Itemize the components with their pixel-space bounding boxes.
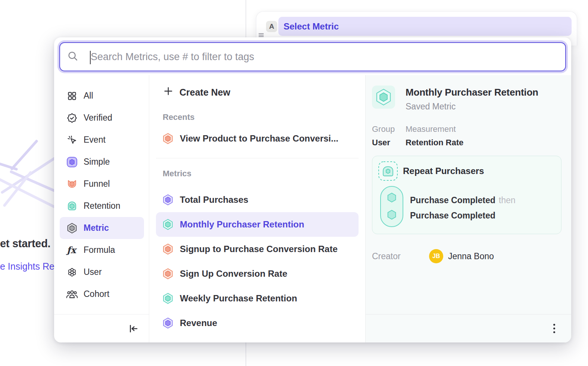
detail-fields: Group User Measurement Retention Rate [372,124,564,148]
sidebar-item-funnel[interactable]: Funnel [60,173,144,195]
funnel-hexagon-icon [162,244,173,255]
cursor-click-icon [66,135,78,145]
cohort-people-icon [66,289,78,299]
chart-lines-decoration [0,138,60,232]
svg-text:ƒx: ƒx [66,245,77,255]
metric-label: Weekly Purchase Retention [180,293,297,304]
retention-definition-icon [378,161,398,182]
funnel-metric-icon [66,178,78,190]
text-caret [90,51,91,64]
background-report-link-fragment[interactable]: e Insights Re [0,261,54,272]
metric-row[interactable]: Revenue [156,311,359,335]
metric-hexagon-icon [66,222,78,234]
sidebar-item-all[interactable]: All [60,85,144,107]
funnel-hexagon-icon [162,133,173,144]
sidebar-item-label: Retention [84,201,120,211]
simple-hexagon-icon [162,317,173,329]
detail-subtitle: Saved Metric [406,102,538,112]
simple-metric-icon [66,156,78,168]
measurement-field-value: Retention Rate [406,138,463,148]
sidebar-item-verified[interactable]: Verified [60,107,144,129]
sidebar-item-event[interactable]: Event [60,129,144,151]
simple-hexagon-icon [162,194,173,205]
create-new-button[interactable]: Create New [163,86,359,98]
sidebar-item-metric[interactable]: Metric [60,217,144,239]
sidebar-item-label: Funnel [84,179,110,189]
sidebar-item-label: Formula [84,245,115,255]
sidebar-item-simple[interactable]: Simple [60,151,144,173]
step-row: Purchase Completedthen [410,193,516,208]
retention-metric-icon [66,200,78,212]
sidebar-item-label: Cohort [84,289,109,299]
step-hexagon-icon [387,210,397,220]
metric-picker-modal: All Verified [54,37,571,342]
retention-hexagon-icon [162,219,173,230]
sidebar-footer [54,314,149,342]
metric-detail-panel: Monthly Purchaser Retention Saved Metric… [365,75,571,342]
select-metric-label: Select Metric [284,21,339,32]
metric-label: Total Purchases [180,195,248,205]
metric-label: View Product to Purchase Conversi... [180,133,338,144]
metric-label: Signup to Purchase Conversion Rate [180,244,338,254]
sidebar-item-formula[interactable]: ƒx Formula [60,239,144,261]
search-input[interactable] [60,43,565,71]
metric-row[interactable]: Sign Up Conversion Rate [156,261,359,286]
metric-block-label[interactable]: A [266,21,277,32]
metric-row[interactable]: Total Purchases [156,187,359,212]
collapse-sidebar-button[interactable] [128,323,139,334]
sidebar-item-label: Event [84,135,106,145]
metric-label: Revenue [180,318,217,328]
metric-list-column: Create New Recents View Product to Purch… [149,75,365,342]
sidebar-item-cohort[interactable]: Cohort [60,283,144,305]
sidebar-item-label: User [84,267,102,277]
step-connector: then [499,195,516,205]
creator-name: Jenna Bono [448,251,494,261]
verified-badge-icon [66,113,78,123]
group-field-label: Group [372,124,406,134]
avatar: JB [429,249,443,263]
sidebar-item-retention[interactable]: Retention [60,195,144,217]
formula-icon: ƒx [66,245,78,255]
select-metric-button[interactable]: Select Metric [278,17,572,36]
funnel-hexagon-icon [162,268,173,279]
metric-row-selected[interactable]: Monthly Purchaser Retention [156,212,359,237]
definition-title: Repeat Purchasers [403,166,484,176]
recent-metric-row[interactable]: View Product to Purchase Conversi... [156,127,359,151]
sidebar-item-label: Simple [84,157,110,167]
metric-label: Monthly Purchaser Retention [180,219,304,230]
search-box [59,42,566,71]
group-field-value: User [372,138,406,148]
sidebar-item-label: All [84,91,93,101]
user-cluster-icon [66,267,78,278]
sidebar-item-user[interactable]: User [60,261,144,283]
saved-metric-icon-tile [372,86,395,109]
sidebar-item-label: Metric [84,223,109,233]
plus-icon [163,86,173,98]
creator-label: Creator [372,251,429,261]
sidebar-item-label: Verified [84,113,112,123]
grid-icon [66,91,78,101]
retention-hexagon-icon [375,89,392,106]
measurement-field-label: Measurement [406,124,463,134]
detail-footer [366,314,571,342]
step-event: Purchase Completed [410,195,495,205]
detail-title: Monthly Purchaser Retention [406,87,538,98]
more-options-button[interactable] [551,322,557,335]
metric-definition-card: Repeat Purchasers Purchase Comp [372,156,562,234]
step-hexagon-icon [387,193,397,202]
detail-header: Monthly Purchaser Retention Saved Metric [372,86,564,112]
create-new-label: Create New [179,87,230,98]
section-divider [156,158,359,158]
background-headline-fragment: et started. [0,238,50,250]
type-filter-sidebar: All Verified [54,75,149,342]
metric-row[interactable]: Weekly Purchase Retention [156,286,359,311]
metric-label: Sign Up Conversion Rate [180,269,287,279]
search-area [54,37,571,75]
step-event: Purchase Completed [410,211,495,220]
step-row: Purchase Completed [410,208,516,223]
recents-heading: Recents [163,112,359,122]
retention-hexagon-icon [162,293,173,304]
retention-steps-visual [380,186,403,227]
metric-row[interactable]: Signup to Purchase Conversion Rate [156,237,359,261]
metrics-heading: Metrics [163,169,359,179]
